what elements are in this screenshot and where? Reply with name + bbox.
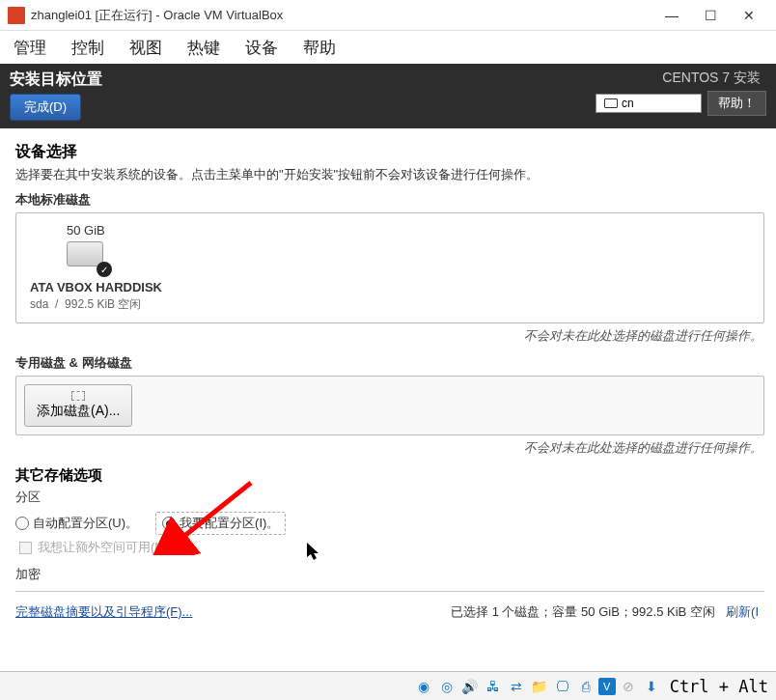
window-title: zhanglei01 [正在运行] - Oracle VM VirtualBox bbox=[31, 7, 652, 24]
special-disks-panel: 添加磁盘(A)... bbox=[15, 376, 764, 435]
disk-name: ATA VBOX HARDDISK bbox=[30, 280, 162, 294]
disk-size: 50 GiB bbox=[67, 223, 105, 238]
special-disks-label: 专用磁盘 & 网络磁盘 bbox=[15, 354, 764, 372]
minimize-button[interactable]: — bbox=[652, 2, 691, 29]
mouse-capture-icon[interactable]: ⬇ bbox=[641, 676, 662, 697]
recording-status-icon[interactable]: ⎙ bbox=[575, 676, 596, 697]
network-status-icon[interactable]: 🖧 bbox=[483, 676, 504, 697]
menu-view[interactable]: 视图 bbox=[129, 37, 162, 59]
disk-info: sda / 992.5 KiB 空闲 bbox=[30, 296, 141, 313]
done-button[interactable]: 完成(D) bbox=[10, 94, 81, 121]
radio-auto-label: 自动配置分区(U)。 bbox=[33, 515, 138, 532]
keyboard-icon bbox=[604, 98, 618, 108]
help-button[interactable]: 帮助！ bbox=[707, 91, 766, 116]
check-icon: ✓ bbox=[97, 262, 112, 277]
menubar: 管理 控制 视图 热键 设备 帮助 bbox=[0, 31, 776, 64]
usb-status-icon[interactable]: ⇄ bbox=[506, 676, 527, 697]
menu-help[interactable]: 帮助 bbox=[303, 37, 336, 59]
menu-hotkeys[interactable]: 热键 bbox=[187, 37, 220, 59]
storage-options-title: 其它存储选项 bbox=[15, 466, 764, 485]
page-title: 安装目标位置 bbox=[10, 70, 102, 90]
partition-label: 分区 bbox=[15, 489, 764, 506]
keyboard-layout-value: cn bbox=[622, 97, 634, 110]
checkbox-icon[interactable] bbox=[19, 542, 32, 554]
disk-note-2: 不会对未在此处选择的磁盘进行任何操作。 bbox=[15, 439, 762, 457]
add-disk-label: 添加磁盘(A)... bbox=[37, 403, 120, 420]
footer-status: 已选择 1 个磁盘；容量 50 GiB；992.5 KiB 空闲 刷新(I bbox=[451, 603, 759, 621]
vm-statusbar: ◉ ◎ 🔊 🖧 ⇄ 📁 🖵 ⎙ V ⊘ ⬇ Ctrl + Alt bbox=[0, 671, 776, 700]
close-button[interactable]: ✕ bbox=[730, 2, 768, 29]
window-titlebar: zhanglei01 [正在运行] - Oracle VM VirtualBox… bbox=[0, 0, 776, 31]
radio-icon bbox=[162, 517, 176, 530]
app-icon bbox=[8, 7, 25, 24]
harddisk-icon bbox=[67, 241, 103, 266]
distro-label: CENTOS 7 安装 bbox=[662, 70, 761, 87]
add-disk-icon bbox=[71, 391, 85, 401]
radio-auto-partition[interactable]: 自动配置分区(U)。 bbox=[15, 515, 138, 532]
local-disks-label: 本地标准磁盘 bbox=[15, 191, 764, 209]
disk-item[interactable]: 50 GiB ✓ ATA VBOX HARDDISK sda / 992.5 K… bbox=[30, 223, 204, 313]
extra-space-label: 我想让额外空间可用(M)。 bbox=[38, 539, 182, 556]
audio-status-icon[interactable]: 🔊 bbox=[459, 676, 481, 697]
radio-manual-label: 我要配置分区(I)。 bbox=[180, 515, 279, 532]
radio-icon bbox=[15, 517, 29, 530]
harddisk-status-icon[interactable]: ◉ bbox=[413, 676, 434, 697]
display-status-icon[interactable]: 🖵 bbox=[552, 676, 573, 697]
add-disk-button[interactable]: 添加磁盘(A)... bbox=[24, 384, 132, 427]
menu-devices[interactable]: 设备 bbox=[245, 37, 278, 59]
menu-manage[interactable]: 管理 bbox=[14, 37, 46, 59]
disk-note-1: 不会对未在此处选择的磁盘进行任何操作。 bbox=[15, 327, 762, 345]
radio-manual-partition[interactable]: 我要配置分区(I)。 bbox=[155, 512, 286, 535]
menu-control[interactable]: 控制 bbox=[71, 37, 104, 59]
installer-header: 安装目标位置 完成(D) CENTOS 7 安装 cn 帮助！ bbox=[0, 64, 776, 128]
optical-status-icon[interactable]: ◎ bbox=[436, 676, 457, 697]
hostkey-label: Ctrl + Alt bbox=[670, 677, 768, 696]
keyboard-layout-selector[interactable]: cn bbox=[596, 94, 702, 113]
vrde-status-icon[interactable]: V bbox=[598, 678, 616, 695]
device-select-title: 设备选择 bbox=[15, 142, 764, 162]
shared-folders-status-icon[interactable]: 📁 bbox=[529, 676, 550, 697]
refresh-link[interactable]: 刷新(I bbox=[726, 604, 759, 619]
device-select-desc: 选择要在其中安装系统的设备。点击主菜单中的"开始安装"按钮前不会对该设备进行任何… bbox=[15, 166, 764, 183]
disk-summary-link[interactable]: 完整磁盘摘要以及引导程序(F)... bbox=[15, 603, 192, 621]
guest-additions-icon[interactable]: ⊘ bbox=[618, 676, 639, 697]
local-disks-panel: 50 GiB ✓ ATA VBOX HARDDISK sda / 992.5 K… bbox=[15, 212, 764, 323]
encrypt-label: 加密 bbox=[15, 566, 764, 583]
maximize-button[interactable]: ☐ bbox=[691, 2, 730, 29]
extra-space-checkbox-row: 我想让额外空间可用(M)。 bbox=[19, 539, 764, 556]
